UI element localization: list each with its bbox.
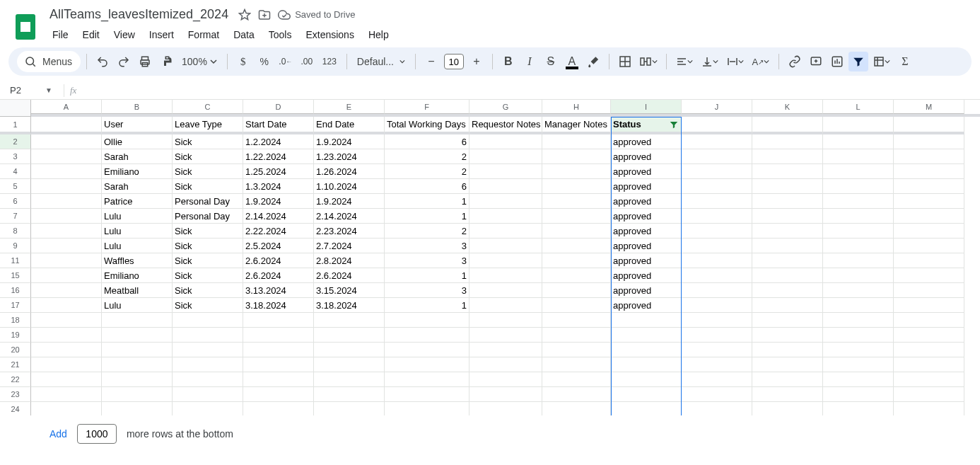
cell[interactable] — [752, 164, 823, 179]
cell[interactable] — [31, 224, 102, 239]
cell[interactable] — [823, 283, 894, 298]
cell[interactable] — [823, 194, 894, 209]
cell[interactable] — [102, 387, 173, 402]
cell[interactable]: 2.22.2024 — [243, 224, 314, 239]
cell[interactable]: Lulu — [102, 239, 173, 253]
rows-count-input[interactable] — [77, 424, 117, 444]
row-header-11[interactable]: 11 — [0, 253, 31, 268]
select-all-corner[interactable] — [0, 100, 31, 117]
header-cell[interactable]: Total Working Days — [385, 117, 469, 134]
rotate-button[interactable]: A↗ — [749, 52, 773, 71]
cell[interactable] — [31, 402, 102, 415]
cell[interactable] — [682, 253, 752, 268]
cell[interactable] — [31, 387, 102, 402]
row-header-7[interactable]: 7 — [0, 209, 31, 224]
cell[interactable]: Emiliano — [102, 268, 173, 283]
cell[interactable] — [682, 328, 752, 343]
cell[interactable] — [469, 357, 542, 372]
menu-file[interactable]: File — [47, 26, 74, 43]
col-header-D[interactable]: D — [243, 100, 314, 114]
cell[interactable] — [469, 134, 542, 149]
cell[interactable] — [823, 164, 894, 179]
cell[interactable]: 1 — [385, 209, 469, 224]
cell[interactable] — [894, 387, 964, 402]
cell[interactable] — [243, 313, 314, 328]
cell[interactable] — [611, 372, 682, 387]
cell[interactable]: approved — [611, 209, 682, 224]
cell[interactable] — [682, 298, 752, 313]
cell[interactable]: approved — [611, 164, 682, 179]
row-header-22[interactable]: 22 — [0, 372, 31, 387]
cell[interactable]: Emiliano — [102, 164, 173, 179]
cell[interactable]: approved — [611, 239, 682, 253]
header-cell[interactable]: Requestor Notes — [469, 117, 542, 134]
cell[interactable] — [314, 357, 385, 372]
borders-button[interactable] — [615, 52, 635, 71]
cell[interactable] — [542, 194, 611, 209]
cell[interactable]: 1.23.2024 — [314, 149, 385, 164]
cell[interactable] — [752, 268, 823, 283]
cell[interactable]: 2.14.2024 — [243, 209, 314, 224]
cell[interactable] — [385, 357, 469, 372]
cell[interactable]: 2 — [385, 224, 469, 239]
add-rows-button[interactable]: Add — [49, 428, 67, 440]
cell[interactable]: 1.9.2024 — [243, 194, 314, 209]
row-header-8[interactable]: 8 — [0, 224, 31, 239]
cell[interactable]: 1 — [385, 298, 469, 313]
cell[interactable] — [102, 343, 173, 357]
cell[interactable]: Ollie — [102, 134, 173, 149]
cell[interactable] — [469, 298, 542, 313]
menu-format[interactable]: Format — [182, 26, 225, 43]
cell[interactable] — [314, 402, 385, 415]
cell[interactable] — [243, 357, 314, 372]
cell[interactable] — [682, 343, 752, 357]
cell[interactable]: 2.6.2024 — [314, 268, 385, 283]
cell[interactable] — [542, 224, 611, 239]
cell[interactable] — [823, 298, 894, 313]
cell[interactable] — [31, 328, 102, 343]
comment-button[interactable] — [806, 52, 826, 71]
cell[interactable]: 6 — [385, 134, 469, 149]
cell[interactable] — [31, 209, 102, 224]
redo-button[interactable] — [114, 52, 134, 71]
cell[interactable] — [243, 343, 314, 357]
cell[interactable]: 1.22.2024 — [243, 149, 314, 164]
cell[interactable] — [314, 372, 385, 387]
cell[interactable]: Meatball — [102, 283, 173, 298]
cell[interactable] — [469, 209, 542, 224]
cell[interactable] — [469, 313, 542, 328]
cell[interactable] — [314, 328, 385, 343]
cell[interactable] — [542, 402, 611, 415]
cell[interactable] — [31, 194, 102, 209]
col-header-F[interactable]: F — [385, 100, 469, 114]
cell[interactable] — [31, 134, 102, 149]
cell[interactable] — [823, 149, 894, 164]
cell[interactable]: 3 — [385, 253, 469, 268]
cell[interactable]: Sick — [173, 134, 243, 149]
cell[interactable]: Sick — [173, 224, 243, 239]
cell[interactable] — [173, 402, 243, 415]
cell[interactable] — [682, 239, 752, 253]
cell[interactable] — [894, 372, 964, 387]
cell[interactable] — [894, 164, 964, 179]
cell[interactable] — [469, 268, 542, 283]
cell[interactable] — [173, 357, 243, 372]
name-box[interactable]: P2 ▼ — [7, 85, 58, 96]
cell[interactable] — [894, 268, 964, 283]
cell[interactable]: 3.18.2024 — [243, 298, 314, 313]
link-button[interactable] — [785, 52, 805, 71]
row-header-21[interactable]: 21 — [0, 357, 31, 372]
cell[interactable] — [823, 328, 894, 343]
cell[interactable] — [611, 328, 682, 343]
row-header-24[interactable]: 24 — [0, 402, 31, 415]
cell[interactable] — [542, 134, 611, 149]
merge-button[interactable] — [636, 52, 660, 71]
cell[interactable]: 1.25.2024 — [243, 164, 314, 179]
cell[interactable] — [173, 387, 243, 402]
cell[interactable] — [31, 343, 102, 357]
cell[interactable] — [823, 239, 894, 253]
menu-view[interactable]: View — [108, 26, 141, 43]
cell[interactable] — [823, 179, 894, 194]
cell[interactable] — [469, 164, 542, 179]
cell[interactable] — [752, 387, 823, 402]
